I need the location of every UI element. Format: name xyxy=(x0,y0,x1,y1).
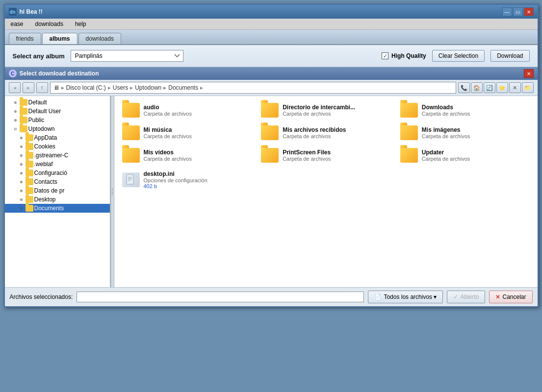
back-button[interactable]: ◂ xyxy=(9,82,21,93)
nav-home-button[interactable]: 🏠 xyxy=(471,82,483,93)
up-button[interactable]: ↑ xyxy=(36,82,48,93)
folder-icon xyxy=(26,134,33,141)
tree-item-uptodown[interactable]: ⊖ Uptodown xyxy=(5,124,110,133)
tree-item-gstreamer[interactable]: ⊕ .gstreamer-C xyxy=(5,151,110,160)
folder-icon xyxy=(122,125,140,140)
menu-ease[interactable]: ease xyxy=(9,20,26,28)
file-name: desktop.ini xyxy=(144,171,252,177)
file-item-mis-videos[interactable]: Mis vídeos Carpeta de archivos xyxy=(118,145,256,166)
breadcrumb-users[interactable]: Users xyxy=(113,84,128,91)
expand-icon: ⊖ xyxy=(13,126,19,132)
file-item-printscreen[interactable]: PrintScreen Files Carpeta de archivos xyxy=(257,145,394,166)
nav-refresh-button[interactable]: 🔄 xyxy=(484,82,495,93)
high-quality-label: High Quality xyxy=(391,52,426,59)
folder-icon xyxy=(26,196,33,203)
file-name: Directorio de intercambi... xyxy=(283,104,390,111)
file-item-mis-imagenes[interactable]: Mis imágenes Carpeta de archivos xyxy=(396,122,534,143)
expand-icon: ⊕ xyxy=(19,161,25,167)
download-button[interactable]: Download xyxy=(490,50,529,62)
files-input[interactable] xyxy=(77,292,364,302)
high-quality-checkbox[interactable] xyxy=(382,52,388,59)
breadcrumb-c[interactable]: Disco local (C:) xyxy=(66,84,106,91)
tab-bar: friends albums downloads xyxy=(5,30,538,45)
tree-item-appdata[interactable]: ⊕ AppData xyxy=(5,133,110,142)
tab-albums[interactable]: albums xyxy=(42,33,77,44)
tree-item-desktop[interactable]: ⊕ Desktop xyxy=(5,195,110,204)
tree-item-contacts[interactable]: ⊕ Contacts xyxy=(5,177,110,186)
file-item-audio[interactable]: audio Carpeta de archivos xyxy=(118,100,256,121)
file-size: 402 b xyxy=(144,183,252,189)
tree-label: Contacts xyxy=(34,178,57,185)
open-button[interactable]: ✓ Abierto xyxy=(447,291,485,303)
bottom-bar: Archivos seleccionados: 📄 Todos los arch… xyxy=(5,287,538,306)
title-bar-left: dn hi Bea !! xyxy=(9,8,43,16)
file-item-updater[interactable]: Updater Carpeta de archivos xyxy=(396,145,534,166)
nav-bar: ◂ ▸ ↑ 🖥 ▸ Disco local (C:) ▸ Users ▸ Upt… xyxy=(5,80,538,96)
tree-splitter[interactable] xyxy=(110,96,114,287)
cancel-button[interactable]: ✕ Cancelar xyxy=(489,291,532,303)
folder-icon xyxy=(400,103,418,118)
folder-icon xyxy=(20,108,27,115)
close-button[interactable]: ✕ xyxy=(524,7,534,16)
file-name: Mis imágenes xyxy=(422,126,530,133)
open-label: Abierto xyxy=(460,294,479,300)
breadcrumb-documents[interactable]: Documents xyxy=(168,84,198,91)
tree-item-cookies[interactable]: ⊕ Cookies xyxy=(5,142,110,151)
minimize-button[interactable]: — xyxy=(502,7,512,16)
tree-label: AppData xyxy=(34,134,57,141)
album-select[interactable]: Pamplinás xyxy=(71,50,183,62)
file-name: Mi música xyxy=(144,126,252,133)
nav-star-button[interactable]: ⭐ xyxy=(496,82,508,93)
file-desc: Carpeta de archivos xyxy=(283,111,390,117)
file-desc: Carpeta de archivos xyxy=(144,156,252,162)
cancel-label: Cancelar xyxy=(502,294,526,300)
expand-icon: ⊕ xyxy=(13,117,19,123)
content-area: ⊕ Default ⊕ Default User ⊕ Public ⊖ xyxy=(5,96,538,287)
nav-clear-button[interactable]: ✕ xyxy=(509,82,521,93)
dialog-close-button[interactable]: ✕ xyxy=(524,69,534,78)
file-item-mis-archivos[interactable]: Mis archivos recibidos Carpeta de archiv… xyxy=(257,122,394,143)
nav-folder-button[interactable]: 📁 xyxy=(522,82,534,93)
file-item-downloads[interactable]: Downloads Carpeta de archivos xyxy=(396,100,534,121)
menu-help[interactable]: help xyxy=(73,20,88,28)
app-icon: dn xyxy=(9,8,17,16)
file-name: Updater xyxy=(422,149,530,156)
filter-select-button[interactable]: 📄 Todos los archivos ▾ xyxy=(368,291,443,303)
nav-actions: 📞 🏠 🔄 ⭐ ✕ 📁 xyxy=(458,82,534,93)
nav-phone-button[interactable]: 📞 xyxy=(458,82,470,93)
folder-icon xyxy=(122,148,140,163)
tree-label: Datos de pr xyxy=(34,187,65,194)
tree-item-documents[interactable]: ⊖ Documents xyxy=(5,204,110,213)
folder-icon xyxy=(26,170,33,176)
maximize-button[interactable]: ▭ xyxy=(513,7,523,16)
file-item-desktop-ini[interactable]: desktop.ini Opciones de configuración 40… xyxy=(118,168,256,192)
folder-icon xyxy=(20,117,27,123)
dialog-title: Select download destination xyxy=(20,70,99,77)
expand-icon: ⊕ xyxy=(13,99,19,105)
folder-icon xyxy=(26,143,33,150)
folder-icon xyxy=(261,125,279,140)
menu-downloads[interactable]: downloads xyxy=(33,20,65,28)
file-item-mi-musica[interactable]: Mi música Carpeta de archivos xyxy=(118,122,256,143)
breadcrumb-uptodown[interactable]: Uptodown xyxy=(135,84,161,91)
tree-label: .weblaf xyxy=(34,161,53,168)
folder-icon xyxy=(26,178,33,185)
tree-item-datos[interactable]: ⊕ Datos de pr xyxy=(5,186,110,195)
clear-selection-button[interactable]: Clear Selection xyxy=(432,50,485,62)
menu-bar: ease downloads help xyxy=(5,19,538,30)
title-controls: — ▭ ✕ xyxy=(502,7,534,16)
file-item-directorio[interactable]: Directorio de intercambi... Carpeta de a… xyxy=(257,100,394,121)
breadcrumb-icon: 🖥 xyxy=(53,84,59,91)
tree-item-weblaf[interactable]: ⊕ .weblaf xyxy=(5,160,110,169)
folder-icon xyxy=(26,205,33,212)
expand-icon: ⊖ xyxy=(19,205,25,211)
forward-button[interactable]: ▸ xyxy=(23,82,34,93)
tree-item-configuracion[interactable]: ⊕ Configuració xyxy=(5,169,110,177)
tab-friends[interactable]: friends xyxy=(9,33,41,44)
file-desc: Carpeta de archivos xyxy=(422,111,530,117)
tab-downloads[interactable]: downloads xyxy=(78,33,121,44)
file-name: PrintScreen Files xyxy=(283,149,390,156)
expand-icon: ⊕ xyxy=(13,108,19,114)
document-icon xyxy=(122,172,140,187)
dialog-icon: C xyxy=(9,70,17,77)
